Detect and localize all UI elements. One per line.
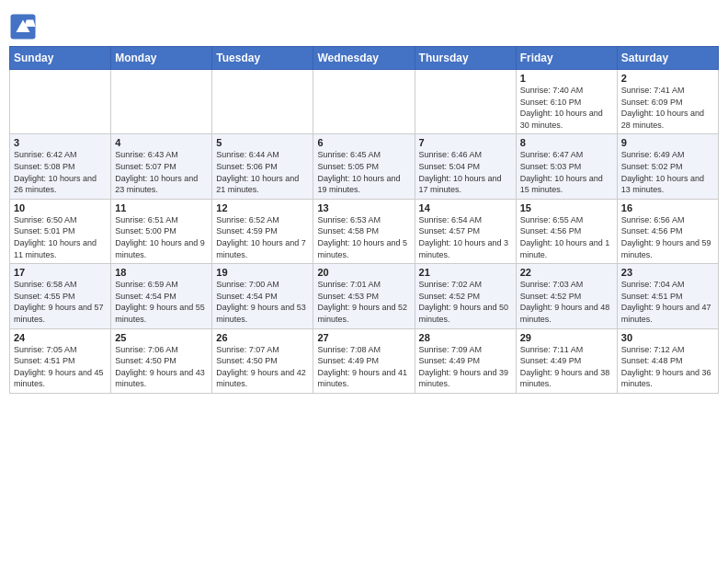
day-info: Sunrise: 7:04 AM Sunset: 4:51 PM Dayligh… [621,279,714,325]
day-info: Sunrise: 6:52 AM Sunset: 4:59 PM Dayligh… [216,214,309,260]
day-number: 23 [621,267,714,278]
calendar-header-sunday: Sunday [10,47,111,70]
day-info: Sunrise: 6:58 AM Sunset: 4:55 PM Dayligh… [14,279,107,325]
calendar-cell [415,70,516,134]
day-number: 14 [419,202,512,213]
day-number: 12 [216,202,309,213]
day-info: Sunrise: 7:40 AM Sunset: 6:10 PM Dayligh… [520,85,613,131]
page-header [9,9,719,40]
day-info: Sunrise: 6:53 AM Sunset: 4:58 PM Dayligh… [317,214,410,260]
calendar-cell: 19Sunrise: 7:00 AM Sunset: 4:54 PM Dayli… [212,264,313,328]
calendar-cell: 5Sunrise: 6:44 AM Sunset: 5:06 PM Daylig… [212,134,313,199]
day-info: Sunrise: 7:01 AM Sunset: 4:53 PM Dayligh… [317,279,410,325]
calendar-header-saturday: Saturday [617,47,718,70]
day-info: Sunrise: 6:51 AM Sunset: 5:00 PM Dayligh… [115,214,208,260]
calendar-cell: 4Sunrise: 6:43 AM Sunset: 5:07 PM Daylig… [111,134,212,199]
day-info: Sunrise: 7:05 AM Sunset: 4:51 PM Dayligh… [14,344,107,390]
day-number: 3 [14,137,107,148]
calendar-cell: 18Sunrise: 6:59 AM Sunset: 4:54 PM Dayli… [111,264,212,328]
day-number: 6 [317,137,410,148]
day-info: Sunrise: 6:43 AM Sunset: 5:07 PM Dayligh… [115,149,208,195]
day-number: 16 [621,202,714,213]
calendar-cell: 3Sunrise: 6:42 AM Sunset: 5:08 PM Daylig… [10,134,111,199]
calendar-cell: 25Sunrise: 7:06 AM Sunset: 4:50 PM Dayli… [111,328,212,393]
day-number: 25 [115,332,208,343]
day-number: 10 [14,202,107,213]
calendar-week-2: 3Sunrise: 6:42 AM Sunset: 5:08 PM Daylig… [10,134,719,199]
calendar-cell [111,70,212,134]
day-number: 15 [520,202,613,213]
day-number: 20 [317,267,410,278]
day-number: 18 [115,267,208,278]
calendar-cell: 14Sunrise: 6:54 AM Sunset: 4:57 PM Dayli… [415,199,516,263]
day-number: 5 [216,137,309,148]
calendar-cell: 29Sunrise: 7:11 AM Sunset: 4:49 PM Dayli… [516,328,617,393]
calendar-cell: 20Sunrise: 7:01 AM Sunset: 4:53 PM Dayli… [313,264,415,328]
calendar-week-4: 17Sunrise: 6:58 AM Sunset: 4:55 PM Dayli… [10,264,719,328]
calendar-cell: 28Sunrise: 7:09 AM Sunset: 4:49 PM Dayli… [415,328,516,393]
day-number: 22 [520,267,613,278]
calendar-cell: 8Sunrise: 6:47 AM Sunset: 5:03 PM Daylig… [516,134,617,199]
day-info: Sunrise: 6:54 AM Sunset: 4:57 PM Dayligh… [419,214,512,260]
day-number: 13 [317,202,410,213]
day-info: Sunrise: 6:49 AM Sunset: 5:02 PM Dayligh… [621,149,714,195]
calendar-cell: 17Sunrise: 6:58 AM Sunset: 4:55 PM Dayli… [10,264,111,328]
day-number: 24 [14,332,107,343]
calendar-cell: 11Sunrise: 6:51 AM Sunset: 5:00 PM Dayli… [111,199,212,263]
day-number: 9 [621,137,714,148]
calendar-week-5: 24Sunrise: 7:05 AM Sunset: 4:51 PM Dayli… [10,328,719,393]
day-number: 26 [216,332,309,343]
day-info: Sunrise: 7:07 AM Sunset: 4:50 PM Dayligh… [216,344,309,390]
day-info: Sunrise: 7:12 AM Sunset: 4:48 PM Dayligh… [621,344,714,390]
day-info: Sunrise: 6:45 AM Sunset: 5:05 PM Dayligh… [317,149,410,195]
day-number: 19 [216,267,309,278]
calendar-cell: 12Sunrise: 6:52 AM Sunset: 4:59 PM Dayli… [212,199,313,263]
calendar-cell: 26Sunrise: 7:07 AM Sunset: 4:50 PM Dayli… [212,328,313,393]
day-info: Sunrise: 7:03 AM Sunset: 4:52 PM Dayligh… [520,279,613,325]
day-info: Sunrise: 7:00 AM Sunset: 4:54 PM Dayligh… [216,279,309,325]
day-number: 29 [520,332,613,343]
calendar-cell: 30Sunrise: 7:12 AM Sunset: 4:48 PM Dayli… [617,328,718,393]
day-info: Sunrise: 6:56 AM Sunset: 4:56 PM Dayligh… [621,214,714,260]
logo-icon [9,13,37,40]
day-info: Sunrise: 7:02 AM Sunset: 4:52 PM Dayligh… [419,279,512,325]
calendar-header-wednesday: Wednesday [313,47,415,70]
calendar-cell: 7Sunrise: 6:46 AM Sunset: 5:04 PM Daylig… [415,134,516,199]
day-info: Sunrise: 6:42 AM Sunset: 5:08 PM Dayligh… [14,149,107,195]
calendar-header-row: SundayMondayTuesdayWednesdayThursdayFrid… [10,47,719,70]
calendar-header-thursday: Thursday [415,47,516,70]
calendar-cell: 10Sunrise: 6:50 AM Sunset: 5:01 PM Dayli… [10,199,111,263]
day-info: Sunrise: 6:55 AM Sunset: 4:56 PM Dayligh… [520,214,613,260]
day-number: 11 [115,202,208,213]
day-info: Sunrise: 7:06 AM Sunset: 4:50 PM Dayligh… [115,344,208,390]
day-number: 28 [419,332,512,343]
day-number: 1 [520,73,613,84]
calendar-cell: 24Sunrise: 7:05 AM Sunset: 4:51 PM Dayli… [10,328,111,393]
calendar-cell [212,70,313,134]
calendar-header-friday: Friday [516,47,617,70]
calendar-header-tuesday: Tuesday [212,47,313,70]
calendar-cell: 21Sunrise: 7:02 AM Sunset: 4:52 PM Dayli… [415,264,516,328]
day-number: 27 [317,332,410,343]
calendar-header-monday: Monday [111,47,212,70]
calendar-cell: 13Sunrise: 6:53 AM Sunset: 4:58 PM Dayli… [313,199,415,263]
calendar-cell: 27Sunrise: 7:08 AM Sunset: 4:49 PM Dayli… [313,328,415,393]
calendar-cell: 1Sunrise: 7:40 AM Sunset: 6:10 PM Daylig… [516,70,617,134]
calendar: SundayMondayTuesdayWednesdayThursdayFrid… [9,46,719,394]
calendar-cell: 9Sunrise: 6:49 AM Sunset: 5:02 PM Daylig… [617,134,718,199]
calendar-cell: 15Sunrise: 6:55 AM Sunset: 4:56 PM Dayli… [516,199,617,263]
day-number: 17 [14,267,107,278]
day-number: 8 [520,137,613,148]
calendar-cell: 6Sunrise: 6:45 AM Sunset: 5:05 PM Daylig… [313,134,415,199]
calendar-cell: 16Sunrise: 6:56 AM Sunset: 4:56 PM Dayli… [617,199,718,263]
day-info: Sunrise: 6:47 AM Sunset: 5:03 PM Dayligh… [520,149,613,195]
day-info: Sunrise: 6:59 AM Sunset: 4:54 PM Dayligh… [115,279,208,325]
day-info: Sunrise: 7:09 AM Sunset: 4:49 PM Dayligh… [419,344,512,390]
day-number: 2 [621,73,714,84]
day-info: Sunrise: 6:46 AM Sunset: 5:04 PM Dayligh… [419,149,512,195]
day-info: Sunrise: 7:41 AM Sunset: 6:09 PM Dayligh… [621,85,714,131]
calendar-week-1: 1Sunrise: 7:40 AM Sunset: 6:10 PM Daylig… [10,70,719,134]
calendar-cell [10,70,111,134]
day-info: Sunrise: 6:50 AM Sunset: 5:01 PM Dayligh… [14,214,107,260]
day-info: Sunrise: 7:08 AM Sunset: 4:49 PM Dayligh… [317,344,410,390]
